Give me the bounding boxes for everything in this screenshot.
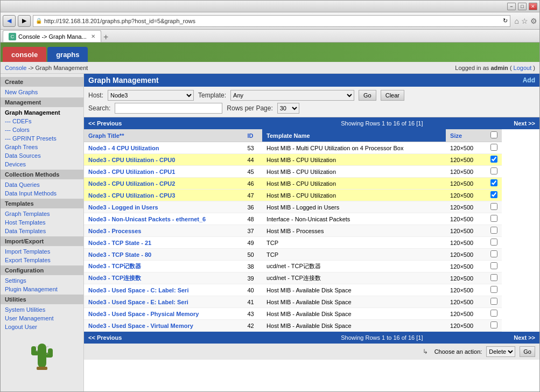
graph-id-cell: 49 xyxy=(243,237,262,249)
sidebar-item-logout-user[interactable]: Logout User xyxy=(1,323,83,331)
sidebar-item-settings[interactable]: Settings xyxy=(1,276,83,285)
minimize-button[interactable]: − xyxy=(507,3,516,10)
graph-title-link[interactable]: Node3 - TCP State - 80 xyxy=(88,251,151,258)
sidebar-item-plugin-management[interactable]: Plugin Management xyxy=(1,285,83,293)
sidebar-item-data-queries[interactable]: Data Queries xyxy=(1,180,83,189)
graph-title-link[interactable]: Node3 - Logged in Users xyxy=(88,204,158,211)
graph-title-link[interactable]: Node3 - Used Space - C: Label: Seri xyxy=(88,287,188,293)
tab-console[interactable]: console xyxy=(3,47,46,62)
sidebar-item-new-graphs[interactable]: New Graphs xyxy=(1,88,83,96)
close-button[interactable]: ✕ xyxy=(529,3,537,10)
tab-graphs[interactable]: graphs xyxy=(47,47,88,62)
sidebar-item-data-templates[interactable]: Data Templates xyxy=(1,227,83,235)
graph-title-link[interactable]: Node3 - CPU Utilization - CPU0 xyxy=(88,157,175,163)
sidebar-item-devices[interactable]: Devices xyxy=(1,160,83,169)
row-checkbox[interactable] xyxy=(490,156,497,163)
new-tab-button[interactable]: + xyxy=(103,32,108,42)
checkbox-cell xyxy=(486,320,502,332)
sidebar-item-graph-templates[interactable]: Graph Templates xyxy=(1,209,83,218)
address-bar[interactable]: 🔒 http://192.168.18.201/graphs.php?host_… xyxy=(33,15,510,27)
size-cell: 120×500 xyxy=(446,272,486,284)
sidebar-item-gprint-presets[interactable]: --- GPRINT Presets xyxy=(1,134,83,143)
refresh-icon[interactable]: ↻ xyxy=(503,17,508,24)
col-header-title[interactable]: Graph Title** xyxy=(84,129,243,142)
star-icon[interactable]: ☆ xyxy=(521,17,528,25)
row-checkbox[interactable] xyxy=(490,262,497,269)
row-checkbox[interactable] xyxy=(490,203,497,210)
sidebar-item-graph-management[interactable]: Graph Management xyxy=(1,108,83,117)
home-icon[interactable]: ⌂ xyxy=(515,17,519,25)
graph-title-link[interactable]: Node3 - CPU Utilization - CPU1 xyxy=(88,169,175,175)
add-link[interactable]: Add xyxy=(523,76,535,84)
go-button[interactable]: Go xyxy=(359,90,376,101)
search-input[interactable] xyxy=(115,103,222,114)
row-checkbox[interactable] xyxy=(490,250,497,257)
sidebar-item-system-utilities[interactable]: System Utilities xyxy=(1,305,83,314)
row-checkbox[interactable] xyxy=(490,298,497,305)
graph-title-link[interactable]: Node3 - TCP State - 21 xyxy=(88,240,151,246)
graph-id-cell: 50 xyxy=(243,249,262,261)
rows-per-page-select[interactable]: 30 50 100 xyxy=(277,103,299,114)
sidebar-item-colors[interactable]: --- Colors xyxy=(1,125,83,134)
logout-link[interactable]: Logout xyxy=(514,65,532,71)
sidebar-item-graph-trees[interactable]: Graph Trees xyxy=(1,143,83,151)
graph-title-link[interactable]: Node3 - TCP连接数 xyxy=(88,275,141,281)
col-header-size[interactable]: Size xyxy=(446,129,486,142)
sidebar-item-host-templates[interactable]: Host Templates xyxy=(1,218,83,227)
template-select[interactable]: Any xyxy=(230,90,354,101)
graph-title-link[interactable]: Node3 - Used Space - Physical Memory xyxy=(88,311,199,317)
browser-tab-active[interactable]: C Console -> Graph Mana... ✕ xyxy=(3,30,101,42)
row-checkbox[interactable] xyxy=(490,227,497,234)
row-checkbox[interactable] xyxy=(490,274,497,281)
maximize-button[interactable]: □ xyxy=(518,3,527,10)
row-checkbox[interactable] xyxy=(490,167,497,174)
next-button-bottom[interactable]: Next >> xyxy=(502,332,539,344)
sidebar-item-data-input-methods[interactable]: Data Input Methods xyxy=(1,189,83,198)
row-checkbox[interactable] xyxy=(490,144,497,151)
logged-in-user: admin xyxy=(490,65,508,71)
graph-title-link[interactable]: Node3 - CPU Utilization - CPU2 xyxy=(88,180,175,187)
tab-close-button[interactable]: ✕ xyxy=(91,33,95,39)
graph-title-link[interactable]: Node3 - Non-Unicast Packets - ethernet_6 xyxy=(88,216,206,222)
row-checkbox[interactable] xyxy=(490,239,497,246)
sidebar-section-collection-methods: Collection Methods xyxy=(1,170,83,179)
next-button-top[interactable]: Next >> xyxy=(502,117,539,129)
graph-title-link[interactable]: Node3 - Processes xyxy=(88,228,141,234)
action-select[interactable]: Delete xyxy=(486,346,515,357)
sidebar-item-user-management[interactable]: User Management xyxy=(1,314,83,323)
row-checkbox[interactable] xyxy=(490,310,497,317)
prev-button-bottom[interactable]: << Previous xyxy=(84,332,262,344)
graph-title-link[interactable]: Node3 - TCP记数器 xyxy=(88,263,141,269)
graph-title-link[interactable]: Node3 - CPU Utilization - CPU3 xyxy=(88,192,175,199)
breadcrumb-link[interactable]: Console xyxy=(5,65,26,71)
back-button[interactable]: ◀ xyxy=(3,15,16,27)
svg-rect-5 xyxy=(37,367,47,370)
col-header-template[interactable]: Template Name xyxy=(262,129,446,142)
tab-label: Console -> Graph Mana... xyxy=(18,33,87,40)
row-checkbox[interactable] xyxy=(490,191,497,198)
prev-button-top[interactable]: << Previous xyxy=(84,117,262,129)
logged-in-text: Logged in as xyxy=(455,65,490,71)
col-header-id[interactable]: ID xyxy=(243,129,262,142)
graph-title-link[interactable]: Node3 - Used Space - E: Label: Seri xyxy=(88,299,188,305)
host-select[interactable]: Node3 xyxy=(108,90,194,101)
sidebar-item-cdefs[interactable]: --- CDEFs xyxy=(1,117,83,125)
checkbox-cell xyxy=(486,249,502,261)
row-checkbox[interactable] xyxy=(490,321,497,328)
breadcrumb: Console -> Graph Management xyxy=(5,65,88,71)
select-all-checkbox[interactable] xyxy=(490,131,497,138)
row-checkbox[interactable] xyxy=(490,215,497,222)
forward-button[interactable]: ▶ xyxy=(18,15,31,27)
graph-title-link[interactable]: Node3 - Used Space - Virtual Memory xyxy=(88,323,193,329)
sidebar-item-export-templates[interactable]: Export Templates xyxy=(1,256,83,264)
sidebar-item-import-templates[interactable]: Import Templates xyxy=(1,247,83,256)
row-checkbox[interactable] xyxy=(490,286,497,293)
sidebar-item-data-sources[interactable]: Data Sources xyxy=(1,151,83,160)
action-go-button[interactable]: Go xyxy=(520,346,535,357)
size-cell: 120×500 xyxy=(446,296,486,308)
graph-title-link[interactable]: Node3 - 4 CPU Utilization xyxy=(88,145,159,151)
size-cell: 120×500 xyxy=(446,201,486,213)
clear-button[interactable]: Clear xyxy=(381,90,404,101)
row-checkbox[interactable] xyxy=(490,179,497,186)
settings-icon[interactable]: ⚙ xyxy=(530,17,537,25)
